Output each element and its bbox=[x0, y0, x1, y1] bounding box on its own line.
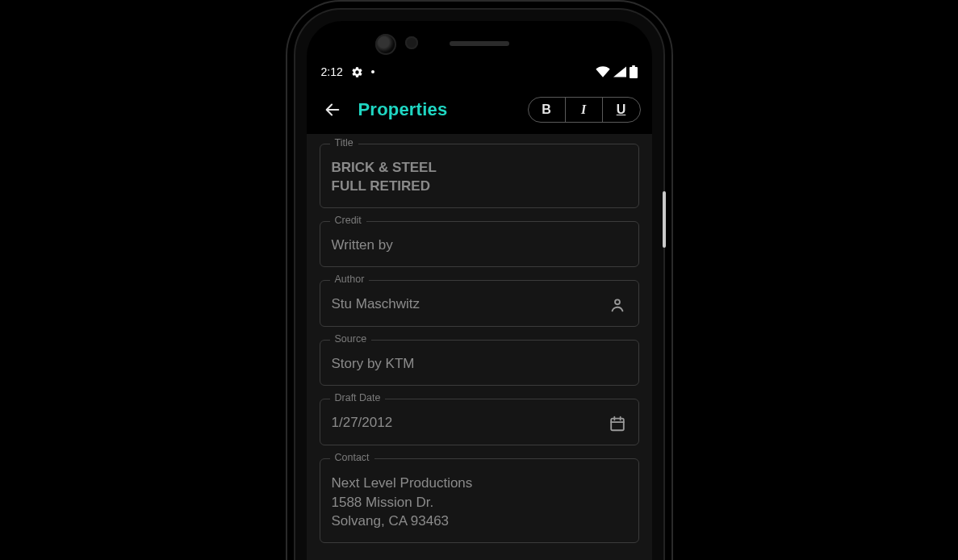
phone-sensor bbox=[405, 36, 418, 49]
arrow-left-icon bbox=[324, 101, 341, 119]
form-area: Title BRICK & STEEL FULL RETIRED Credit … bbox=[307, 134, 652, 560]
stage: 2:12 bbox=[0, 0, 958, 560]
author-label: Author bbox=[330, 274, 370, 285]
status-right bbox=[596, 65, 638, 78]
draft-date-value: 1/27/2012 bbox=[332, 414, 608, 433]
source-value: Story by KTM bbox=[332, 355, 627, 374]
author-value: Stu Maschwitz bbox=[332, 295, 608, 314]
svg-rect-3 bbox=[611, 418, 624, 430]
status-left: 2:12 bbox=[321, 65, 374, 78]
bold-button[interactable]: B bbox=[529, 98, 566, 122]
source-label: Source bbox=[330, 333, 372, 345]
credit-field[interactable]: Credit Written by bbox=[320, 221, 639, 267]
author-field[interactable]: Author Stu Maschwitz bbox=[320, 280, 639, 327]
back-button[interactable] bbox=[318, 95, 347, 124]
notification-dot-icon bbox=[371, 70, 374, 73]
title-field[interactable]: Title BRICK & STEEL FULL RETIRED bbox=[320, 144, 639, 208]
calendar-icon[interactable] bbox=[608, 414, 627, 433]
svg-point-2 bbox=[615, 299, 620, 304]
phone-frame: 2:12 bbox=[295, 10, 663, 560]
status-time: 2:12 bbox=[321, 65, 343, 78]
draft-date-label: Draft Date bbox=[330, 392, 386, 403]
contact-field[interactable]: Contact Next Level Productions 1588 Miss… bbox=[320, 458, 639, 543]
phone-inner: 2:12 bbox=[307, 21, 652, 560]
credit-value: Written by bbox=[332, 236, 627, 255]
gear-icon bbox=[351, 66, 363, 78]
contact-label: Contact bbox=[330, 452, 374, 463]
power-button[interactable] bbox=[663, 191, 666, 248]
svg-rect-1 bbox=[632, 65, 635, 67]
title-value: BRICK & STEEL FULL RETIRED bbox=[332, 159, 627, 196]
underline-button[interactable]: U bbox=[603, 98, 640, 122]
phone-speaker bbox=[450, 41, 509, 46]
screen: 2:12 bbox=[307, 58, 652, 560]
credit-label: Credit bbox=[330, 215, 366, 226]
battery-icon bbox=[630, 65, 638, 78]
title-label: Title bbox=[330, 137, 358, 148]
svg-rect-0 bbox=[630, 67, 638, 78]
signal-icon bbox=[613, 66, 626, 77]
page-title: Properties bbox=[358, 99, 448, 120]
contact-value: Next Level Productions 1588 Mission Dr. … bbox=[332, 474, 627, 531]
phone-camera bbox=[375, 34, 396, 55]
wifi-icon bbox=[596, 66, 610, 77]
person-icon[interactable] bbox=[608, 295, 627, 315]
status-bar: 2:12 bbox=[307, 58, 652, 86]
source-field[interactable]: Source Story by KTM bbox=[320, 340, 639, 386]
app-bar: Properties B I U bbox=[307, 86, 652, 134]
italic-button[interactable]: I bbox=[566, 98, 603, 122]
draft-date-field[interactable]: Draft Date 1/27/2012 bbox=[320, 399, 639, 445]
format-toggle-group: B I U bbox=[528, 97, 641, 123]
